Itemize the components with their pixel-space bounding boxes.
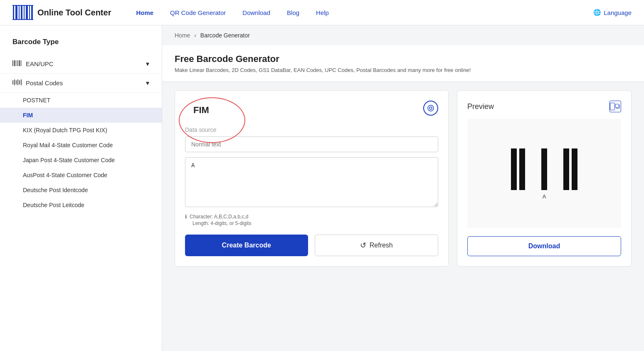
- action-buttons: Create Barcode ↺ Refresh: [185, 235, 438, 256]
- nav-download[interactable]: Download: [242, 9, 270, 16]
- logo-icon: [12, 4, 33, 21]
- svg-point-23: [428, 105, 434, 111]
- barcode-type-label: FIM: [185, 101, 217, 120]
- ean-chevron-icon: ▾: [146, 60, 149, 68]
- sidebar-item-deutsche-identcode[interactable]: Deutsche Post Identcode: [0, 183, 162, 198]
- svg-rect-9: [12, 19, 33, 20]
- fim-barcode-image: A: [503, 144, 586, 203]
- nav-home[interactable]: Home: [136, 9, 153, 16]
- barcode-type-header: FIM: [185, 101, 438, 120]
- sidebar-item-auspost[interactable]: AusPost 4-State Customer Code: [0, 168, 162, 183]
- svg-rect-29: [563, 148, 569, 190]
- globe-icon: 🌐: [593, 9, 601, 16]
- breadcrumb-home[interactable]: Home: [175, 32, 190, 39]
- sidebar-item-deutsche-leitcode[interactable]: Deutsche Post Leitcode: [0, 198, 162, 213]
- svg-text:A: A: [543, 193, 546, 200]
- page-subtitle: Make Linear Barcodes, 2D Codes, GS1 Data…: [175, 67, 632, 73]
- sidebar-group-postal-label: Postal Codes: [26, 79, 63, 87]
- breadcrumb: Home › Barcode Generator: [162, 25, 644, 45]
- sidebar-item-royalmail[interactable]: Royal Mail 4-State Customer Code: [0, 138, 162, 153]
- nav-help[interactable]: Help: [316, 9, 329, 16]
- svg-rect-16: [12, 80, 13, 84]
- download-button[interactable]: Download: [467, 236, 621, 256]
- svg-point-22: [429, 107, 432, 109]
- svg-rect-15: [21, 60, 22, 66]
- svg-rect-5: [26, 6, 28, 19]
- svg-rect-14: [19, 60, 20, 66]
- nav-blog[interactable]: Blog: [287, 9, 299, 16]
- data-source-input[interactable]: [185, 136, 438, 152]
- svg-rect-12: [16, 60, 17, 66]
- refresh-label: Refresh: [370, 242, 393, 249]
- svg-rect-6: [29, 6, 30, 19]
- logo-text: Online Tool Center: [37, 8, 111, 17]
- svg-rect-21: [21, 79, 22, 85]
- refresh-icon: ↺: [360, 241, 366, 250]
- svg-rect-28: [541, 148, 547, 190]
- svg-rect-17: [14, 79, 15, 85]
- copy-button[interactable]: [609, 101, 621, 112]
- svg-rect-26: [511, 148, 517, 190]
- barcode-preview-area: A: [467, 119, 621, 228]
- svg-rect-30: [572, 148, 577, 190]
- sidebar-title: Barcode Type: [0, 34, 162, 54]
- data-source-label: Data source: [185, 126, 438, 133]
- barcode-name-area: FIM: [185, 101, 217, 120]
- svg-rect-4: [24, 6, 25, 19]
- svg-rect-11: [14, 60, 15, 66]
- breadcrumb-current: Barcode Generator: [200, 32, 250, 39]
- svg-rect-1: [15, 6, 17, 19]
- sidebar-item-fim[interactable]: FIM: [0, 108, 162, 123]
- preview-header: Preview: [467, 101, 621, 112]
- svg-rect-0: [13, 6, 14, 19]
- refresh-button[interactable]: ↺ Refresh: [315, 235, 439, 256]
- header: Online Tool Center Home QR Code Generato…: [0, 0, 644, 25]
- sidebar-group-postal[interactable]: Postal Codes ▾: [0, 74, 162, 93]
- svg-rect-10: [12, 60, 13, 66]
- layout: Barcode Type EAN/UPC ▾ Postal Codes ▾ PO…: [0, 25, 644, 351]
- svg-rect-27: [519, 148, 525, 190]
- hint-length: Length: 4-digits, or 5-digits: [185, 220, 251, 226]
- svg-rect-3: [21, 6, 22, 19]
- sidebar-group-ean-label: EAN/UPC: [26, 60, 54, 67]
- svg-rect-2: [19, 6, 20, 19]
- sidebar: Barcode Type EAN/UPC ▾ Postal Codes ▾ PO…: [0, 25, 162, 351]
- nav-qr[interactable]: QR Code Generator: [170, 9, 226, 16]
- main-nav: Home QR Code Generator Download Blog Hel…: [136, 9, 593, 16]
- create-barcode-button[interactable]: Create Barcode: [185, 235, 308, 256]
- page-title: Free Barcode Generator: [175, 54, 632, 64]
- svg-rect-8: [12, 5, 33, 6]
- svg-rect-20: [19, 80, 20, 84]
- content-area: FIM Data source A ℹ Character:: [162, 82, 644, 275]
- ean-icon: [12, 59, 22, 68]
- page-header: Free Barcode Generator Make Linear Barco…: [162, 45, 644, 82]
- settings-button[interactable]: [423, 101, 438, 116]
- language-label: Language: [604, 9, 632, 16]
- postal-icon: [12, 79, 22, 87]
- hint-character: Character: A,B,C,D,a,b,c,d: [190, 214, 248, 220]
- preview-panel: Preview: [457, 90, 632, 267]
- svg-rect-7: [31, 6, 33, 19]
- postal-chevron-icon: ▾: [146, 79, 149, 87]
- sidebar-item-japanpost[interactable]: Japan Post 4-State Customer Code: [0, 153, 162, 168]
- barcode-content-textarea[interactable]: A: [185, 157, 438, 207]
- hint-text: ℹ Character: A,B,C,D,a,b,c,d Length: 4-d…: [185, 214, 438, 226]
- language-selector[interactable]: 🌐 Language: [593, 9, 632, 16]
- svg-rect-19: [17, 79, 18, 85]
- sidebar-item-kix[interactable]: KIX (Royal Dutch TPG Post KIX): [0, 123, 162, 138]
- logo-area: Online Tool Center: [12, 4, 111, 21]
- svg-rect-25: [615, 104, 619, 107]
- main-content: Home › Barcode Generator Free Barcode Ge…: [162, 25, 644, 351]
- sidebar-group-ean[interactable]: EAN/UPC ▾: [0, 54, 162, 74]
- preview-title: Preview: [467, 102, 494, 111]
- svg-rect-18: [16, 80, 17, 84]
- info-icon: ℹ: [185, 214, 187, 220]
- generator-panel: FIM Data source A ℹ Character:: [175, 90, 449, 267]
- svg-rect-13: [17, 60, 18, 66]
- sidebar-item-postnet[interactable]: POSTNET: [0, 93, 162, 108]
